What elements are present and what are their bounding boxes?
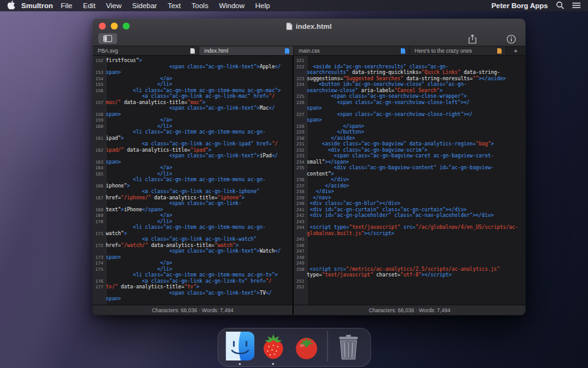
code-row: 162ipad/" data-analytics-title="ipad"> (93, 147, 292, 154)
line-number: 239 (294, 195, 307, 201)
line-number: 221 (294, 58, 307, 64)
document-icon (401, 48, 405, 54)
line-number (93, 177, 106, 183)
status-bar-right: Characters: 66,036 · Words: 7,494 (294, 305, 525, 315)
tab-index-html[interactable]: index.html (199, 46, 294, 55)
share-icon (468, 34, 477, 44)
code-row: type="text/javascript" charset="utf-8"><… (294, 272, 525, 278)
code-row: 171watch"> (93, 231, 292, 237)
line-number: 160 (93, 124, 106, 130)
menu-tools[interactable]: Tools (186, 2, 214, 9)
menu-window[interactable]: Window (214, 2, 250, 9)
line-number: 224 (294, 81, 307, 88)
code-row: 156<li class="ac-gn-item ac-gn-item-menu… (93, 88, 292, 94)
code-row: <span class="ac-gn-link-text">TV</ (93, 290, 292, 297)
line-number: 233 (294, 153, 307, 159)
code-row: 228</span> (294, 124, 525, 130)
menu-bar: Smultron FileEditViewSidebarTextToolsWin… (0, 0, 588, 11)
line-number: 152 (93, 58, 106, 64)
tab-pba-svg[interactable]: PBA.svg (93, 46, 199, 55)
line-number: 236 (294, 177, 307, 183)
active-app-name[interactable]: Smultron (21, 2, 53, 9)
tab-here-s-to-the-crazy-ones[interactable]: Here's to the crazy ones (410, 46, 506, 55)
line-number: 172 (93, 243, 106, 249)
info-button[interactable] (507, 34, 516, 46)
code-row: 238</div> (294, 189, 525, 195)
info-icon (507, 34, 516, 44)
trash-icon[interactable] (334, 332, 363, 360)
line-number: 226 (294, 100, 307, 106)
dock (217, 328, 371, 367)
code-row: 242<div id="ac-gn-placeholder" class="ac… (294, 213, 525, 219)
line-number (93, 290, 106, 297)
code-row: 163span> (93, 159, 292, 166)
line-number (294, 70, 307, 76)
line-number: 165 (93, 171, 106, 177)
menu-sidebar[interactable]: Sidebar (127, 2, 163, 9)
line-number: 164 (93, 165, 106, 171)
menu-items: FileEditViewSidebarTextToolsWindowHelp (55, 2, 275, 9)
code-row: 231<aside class="ac-gn-bagview" data-ana… (294, 141, 525, 147)
line-number: 162 (93, 147, 106, 154)
line-number: 227 (294, 112, 307, 118)
menu-help[interactable]: Help (250, 2, 276, 9)
line-number: 159 (93, 117, 106, 124)
line-number: 170 (93, 219, 106, 225)
code-row: 161ipad"> (93, 135, 292, 142)
share-button[interactable] (468, 34, 477, 46)
line-number: 166 (93, 183, 106, 189)
line-number: 232 (294, 147, 307, 154)
code-row: 159</a> (93, 117, 292, 124)
line-number (93, 272, 106, 278)
code-row: 166iphone"> (93, 183, 292, 189)
code-row: <span class="ac-gn-link-text">iPad</ (93, 153, 292, 159)
code-row: 164</a> (93, 165, 292, 171)
line-number: 229 (294, 129, 307, 135)
line-number (294, 231, 307, 237)
list-menu-icon[interactable] (572, 2, 580, 10)
line-number (294, 117, 307, 124)
editor-pane-left[interactable]: 152firstfocus"><span class="ac-gn-link-t… (93, 56, 294, 305)
smultron-strawberry-icon[interactable] (259, 332, 287, 360)
tomato-icon[interactable] (292, 332, 321, 360)
code-row: 175</li> (93, 266, 292, 273)
code-row: 168text">iPhone</span> (93, 207, 292, 213)
code-row: 225<span class="ac-gn-searchview-close-w… (294, 93, 525, 100)
document-icon (190, 48, 195, 54)
line-number (93, 129, 106, 135)
menu-view[interactable]: View (101, 2, 127, 9)
tab-main-css[interactable]: main.css (294, 46, 410, 55)
code-row: 245 (294, 236, 525, 243)
dock-separator (327, 331, 328, 361)
status-row: Characters: 66,036 · Words: 7,494 Charac… (93, 305, 525, 315)
line-number (93, 64, 106, 70)
menu-file[interactable]: File (55, 2, 78, 9)
spotlight-search-icon[interactable] (556, 1, 564, 11)
menu-text[interactable]: Text (162, 2, 186, 9)
line-number: 241 (294, 207, 307, 213)
code-row: 251 (294, 278, 525, 285)
code-row: 158span> (93, 112, 292, 118)
code-row: 222<aside id="ac-gn-searchresults" class… (294, 64, 525, 70)
menubar-right-app-label[interactable]: Peter Borg Apps (492, 2, 548, 9)
new-tab-button[interactable]: + (506, 46, 525, 55)
tab-label: Here's to the crazy ones (415, 48, 493, 54)
menu-edit[interactable]: Edit (78, 2, 101, 9)
code-row: 167href="/iphone/" data-analytics-title=… (93, 195, 292, 201)
tab-label: index.html (204, 48, 281, 54)
editor-pane-right[interactable]: 221222<aside id="ac-gn-searchresults" cl… (294, 56, 525, 305)
code-row: 169</a> (93, 213, 292, 219)
code-row: span> (294, 105, 525, 112)
code-row: 244<script type="text/javascript" src="/… (294, 224, 525, 231)
apple-menu[interactable] (8, 1, 15, 11)
line-number (93, 141, 106, 147)
line-number: 240 (294, 201, 307, 207)
line-number: 163 (93, 159, 106, 166)
sidebar-toggle-button[interactable] (98, 33, 117, 44)
line-number: 237 (294, 183, 307, 189)
code-row: 227<span class="ac-gn-searchview-close-r… (294, 112, 525, 118)
window-title: index.html (93, 21, 525, 31)
finder-icon[interactable] (225, 332, 254, 360)
line-number: 234 (294, 159, 307, 166)
code-row: 243 (294, 219, 525, 225)
